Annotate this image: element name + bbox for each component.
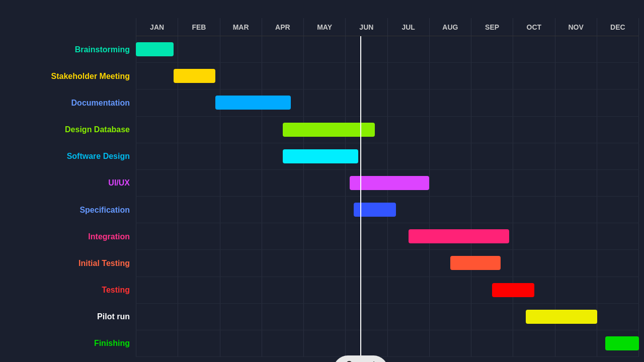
gantt-row-11 [136, 330, 639, 357]
grid-cell-10-4 [304, 304, 346, 330]
grid-cell-10-1 [178, 304, 220, 330]
grid-cell-10-6 [388, 304, 430, 330]
task-labels: BrainstormingStakeholder MeetingDocument… [5, 36, 136, 357]
bar-1 [174, 69, 215, 83]
month-header-aug: AUG [430, 18, 471, 36]
grid-cell-9-1 [178, 277, 220, 303]
gantt-row-7 [136, 223, 639, 250]
gantt-row-1 [136, 63, 639, 89]
bar-0 [136, 42, 174, 56]
grid-cell-3-2 [220, 117, 262, 143]
grid-cell-9-6 [388, 277, 430, 303]
chart-area: BrainstormingStakeholder MeetingDocument… [5, 18, 639, 357]
grid-cell-9-11 [597, 277, 639, 303]
grid-cell-3-1 [178, 117, 220, 143]
task-label-11: Finishing [5, 330, 136, 357]
grid-cell-9-0 [136, 277, 178, 303]
gantt-rows: CurrentProgress [136, 36, 639, 357]
grid-cell-4-10 [555, 143, 597, 169]
grid-cell-7-10 [555, 223, 597, 249]
grid-cell-7-4 [304, 223, 346, 249]
grid-cell-0-2 [220, 36, 262, 62]
grid-cell-1-0 [136, 63, 178, 89]
task-label-8: Initial Testing [5, 250, 136, 277]
grid-cell-5-10 [555, 170, 597, 196]
grid-cell-1-6 [388, 63, 430, 89]
grid-cell-10-3 [262, 304, 304, 330]
grid-cell-1-4 [304, 63, 346, 89]
gantt-row-3 [136, 117, 639, 143]
gantt-row-10 [136, 304, 639, 330]
grid-cell-1-3 [262, 63, 304, 89]
grid-cell-6-2 [220, 197, 262, 223]
grid-cell-9-7 [430, 277, 471, 303]
grid-cell-7-5 [346, 223, 387, 249]
bar-2 [215, 96, 291, 110]
grid-cell-2-7 [430, 89, 471, 116]
grid-cell-0-7 [430, 36, 471, 62]
grid-cell-0-6 [388, 36, 430, 62]
task-label-9: Testing [5, 277, 136, 303]
task-label-0: Brainstorming [5, 36, 136, 63]
grid-cell-9-10 [555, 277, 597, 303]
grid-cell-2-10 [555, 89, 597, 116]
grid-cell-5-1 [178, 170, 220, 196]
month-header-oct: OCT [513, 18, 555, 36]
grid-cell-8-6 [388, 250, 430, 276]
bar-11 [605, 336, 639, 350]
grid-cell-11-3 [262, 330, 304, 356]
grid-cell-11-6 [388, 330, 430, 356]
task-label-3: Design Database [5, 116, 136, 143]
grid-cell-6-7 [430, 197, 471, 223]
bar-8 [450, 256, 501, 270]
grid-cell-1-10 [555, 63, 597, 89]
grid-cell-5-3 [262, 170, 304, 196]
grid-cell-11-2 [220, 330, 262, 356]
grid-cell-10-8 [471, 304, 513, 330]
month-headers-row: JANFEBMARAPRMAYJUNJULAUGSEPOCTNOVDEC [136, 18, 639, 36]
grid-cell-11-8 [471, 330, 513, 356]
month-header-may: MAY [304, 18, 346, 36]
grid-cell-2-6 [388, 89, 430, 116]
grid-cell-8-4 [304, 250, 346, 276]
grid-cell-11-7 [430, 330, 471, 356]
grid-cell-7-1 [178, 223, 220, 249]
grid-cell-10-2 [220, 304, 262, 330]
grid-cell-4-8 [471, 143, 513, 169]
grid-cell-7-0 [136, 223, 178, 249]
grid-cell-8-10 [555, 250, 597, 276]
grid-cell-3-11 [597, 117, 639, 143]
grid-cell-6-0 [136, 197, 178, 223]
grid-cell-10-5 [346, 304, 387, 330]
grid-column: JANFEBMARAPRMAYJUNJULAUGSEPOCTNOVDEC Cur… [136, 18, 639, 357]
month-header-sep: SEP [471, 18, 513, 36]
gantt-row-6 [136, 197, 639, 223]
grid-cell-11-10 [555, 330, 597, 356]
task-label-4: Software Design [5, 143, 136, 170]
grid-cell-3-8 [471, 117, 513, 143]
grid-cell-5-9 [513, 170, 555, 196]
grid-cell-0-1 [178, 36, 220, 62]
bar-5 [350, 176, 429, 190]
grid-cell-0-3 [262, 36, 304, 62]
grid-cell-4-9 [513, 143, 555, 169]
grid-cell-8-9 [513, 250, 555, 276]
task-label-7: Integration [5, 223, 136, 250]
grid-cell-6-1 [178, 197, 220, 223]
grid-cell-3-10 [555, 117, 597, 143]
gantt-row-2 [136, 89, 639, 116]
bar-4 [283, 149, 358, 163]
grid-cell-6-9 [513, 197, 555, 223]
grid-cell-0-9 [513, 36, 555, 62]
grid-cell-0-8 [471, 36, 513, 62]
grid-cell-5-2 [220, 170, 262, 196]
task-label-10: Pilot run [5, 304, 136, 330]
grid-cell-1-5 [346, 63, 387, 89]
grid-cell-3-0 [136, 117, 178, 143]
grid-cell-7-3 [262, 223, 304, 249]
grid-cell-9-3 [262, 277, 304, 303]
page: BrainstormingStakeholder MeetingDocument… [0, 0, 644, 362]
task-header-spacer [5, 18, 136, 36]
month-header-jan: JAN [136, 18, 178, 36]
grid-cell-5-8 [471, 170, 513, 196]
